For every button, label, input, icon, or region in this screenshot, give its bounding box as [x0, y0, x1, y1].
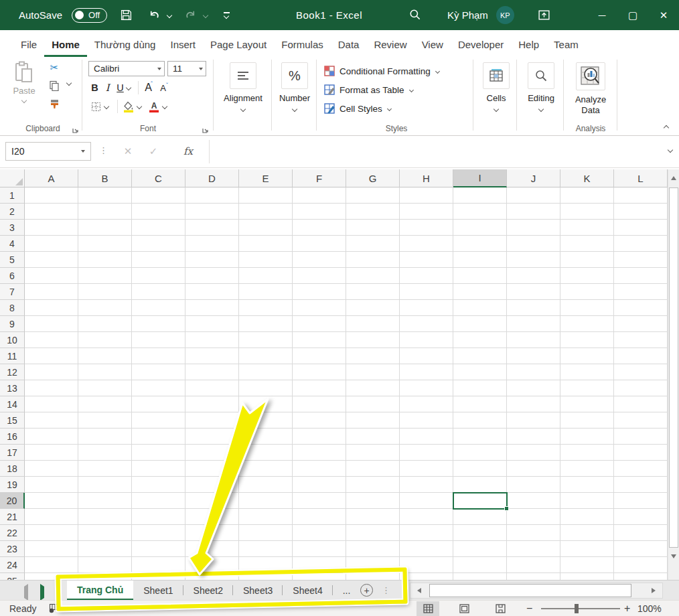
sheet-bar-handle[interactable]: ⋮ — [382, 585, 390, 595]
expand-formula-bar-icon[interactable] — [668, 147, 673, 153]
cell-G18[interactable] — [346, 461, 400, 477]
cell-C1[interactable] — [132, 187, 185, 204]
cell-I12[interactable] — [453, 364, 507, 380]
row-header-25[interactable]: 25 — [0, 573, 25, 580]
cell-B16[interactable] — [78, 429, 132, 445]
cell-E11[interactable] — [239, 348, 293, 364]
cell-D8[interactable] — [185, 300, 239, 316]
row-header-24[interactable]: 24 — [0, 557, 25, 573]
cell-D4[interactable] — [185, 236, 239, 252]
ribbon-display-options-button[interactable] — [534, 5, 553, 24]
cell-B21[interactable] — [78, 509, 132, 525]
cell-C13[interactable] — [132, 380, 185, 396]
row-header-4[interactable]: 4 — [0, 236, 25, 252]
cell-F15[interactable] — [293, 412, 346, 429]
autosave-toggle[interactable]: Off — [72, 8, 107, 23]
cell-D1[interactable] — [185, 187, 239, 204]
cell-H18[interactable] — [400, 461, 453, 477]
cell-G13[interactable] — [346, 380, 400, 396]
cell-B12[interactable] — [78, 364, 132, 380]
cell-A16[interactable] — [25, 429, 78, 445]
next-sheet-button[interactable] — [40, 587, 44, 599]
borders-button[interactable] — [88, 100, 103, 113]
cell-G12[interactable] — [346, 364, 400, 380]
cell-G3[interactable] — [346, 220, 400, 236]
cell-C14[interactable] — [132, 396, 185, 412]
cell-C11[interactable] — [132, 348, 185, 364]
cell-C5[interactable] — [132, 252, 185, 268]
column-header-G[interactable]: G — [346, 169, 400, 187]
cell-J17[interactable] — [507, 445, 560, 461]
cell-G8[interactable] — [346, 300, 400, 316]
cell-B10[interactable] — [78, 332, 132, 348]
cell-F10[interactable] — [293, 332, 346, 348]
cell-H9[interactable] — [400, 316, 453, 332]
font-color-button[interactable]: A — [147, 100, 161, 113]
bold-button[interactable]: B — [88, 82, 101, 93]
cell-F16[interactable] — [293, 429, 346, 445]
column-header-A[interactable]: A — [25, 169, 78, 187]
ribbon-tab-help[interactable]: Help — [511, 33, 546, 57]
cell-F24[interactable] — [293, 557, 346, 573]
cell-E18[interactable] — [239, 461, 293, 477]
row-header-3[interactable]: 3 — [0, 220, 25, 236]
format-painter-button[interactable] — [47, 97, 62, 110]
cell-K11[interactable] — [560, 348, 614, 364]
select-all-corner[interactable] — [0, 169, 25, 187]
cell-C4[interactable] — [132, 236, 185, 252]
cell-I19[interactable] — [453, 477, 507, 493]
new-sheet-button[interactable]: + — [360, 584, 373, 597]
cell-A24[interactable] — [25, 557, 78, 573]
cancel-button[interactable]: ✕ — [119, 144, 137, 159]
cell-E24[interactable] — [239, 557, 293, 573]
cell-K24[interactable] — [560, 557, 614, 573]
row-header-10[interactable]: 10 — [0, 332, 25, 348]
cell-C2[interactable] — [132, 204, 185, 220]
cell-G4[interactable] — [346, 236, 400, 252]
collapse-ribbon-icon[interactable] — [664, 125, 669, 131]
cell-K14[interactable] — [560, 396, 614, 412]
underline-dropdown-icon[interactable] — [126, 85, 131, 90]
cell-I7[interactable] — [453, 284, 507, 300]
search-button[interactable] — [406, 5, 425, 24]
cell-J14[interactable] — [507, 396, 560, 412]
cell-C3[interactable] — [132, 220, 185, 236]
cell-K23[interactable] — [560, 541, 614, 557]
cell-F13[interactable] — [293, 380, 346, 396]
horizontal-scrollbar[interactable] — [410, 583, 663, 599]
cell-L13[interactable] — [614, 380, 668, 396]
cell-A7[interactable] — [25, 284, 78, 300]
cell-H3[interactable] — [400, 220, 453, 236]
ribbon-tab-file[interactable]: File — [13, 33, 44, 57]
cell-C25[interactable] — [132, 573, 185, 580]
font-size-combo[interactable]: 11 — [167, 61, 206, 76]
cell-H10[interactable] — [400, 332, 453, 348]
cell-A13[interactable] — [25, 380, 78, 396]
row-header-1[interactable]: 1 — [0, 187, 25, 204]
row-header-14[interactable]: 14 — [0, 396, 25, 412]
cell-F22[interactable] — [293, 525, 346, 541]
cell-F1[interactable] — [293, 187, 346, 204]
account-area[interactable]: Kỳ Phạm KP — [447, 0, 514, 30]
cell-B23[interactable] — [78, 541, 132, 557]
cell-H20[interactable] — [400, 493, 453, 509]
cell-E1[interactable] — [239, 187, 293, 204]
cell-C17[interactable] — [132, 445, 185, 461]
cell-L7[interactable] — [614, 284, 668, 300]
conditional-formatting-button[interactable]: Conditional Formatting — [324, 62, 471, 80]
row-header-15[interactable]: 15 — [0, 412, 25, 429]
borders-dropdown-icon[interactable] — [104, 104, 109, 109]
ribbon-tab-formulas[interactable]: Formulas — [274, 33, 331, 57]
cell-H22[interactable] — [400, 525, 453, 541]
clipboard-dialog-launcher-icon[interactable] — [72, 127, 79, 133]
row-header-18[interactable]: 18 — [0, 461, 25, 477]
page-layout-view-button[interactable] — [453, 601, 475, 616]
cell-E13[interactable] — [239, 380, 293, 396]
cell-L25[interactable] — [614, 573, 668, 580]
cell-G9[interactable] — [346, 316, 400, 332]
cell-C6[interactable] — [132, 268, 185, 284]
paste-button[interactable]: Paste — [7, 61, 42, 102]
cell-B20[interactable] — [78, 493, 132, 509]
cell-L19[interactable] — [614, 477, 668, 493]
cut-button[interactable]: ✂ — [47, 61, 62, 74]
